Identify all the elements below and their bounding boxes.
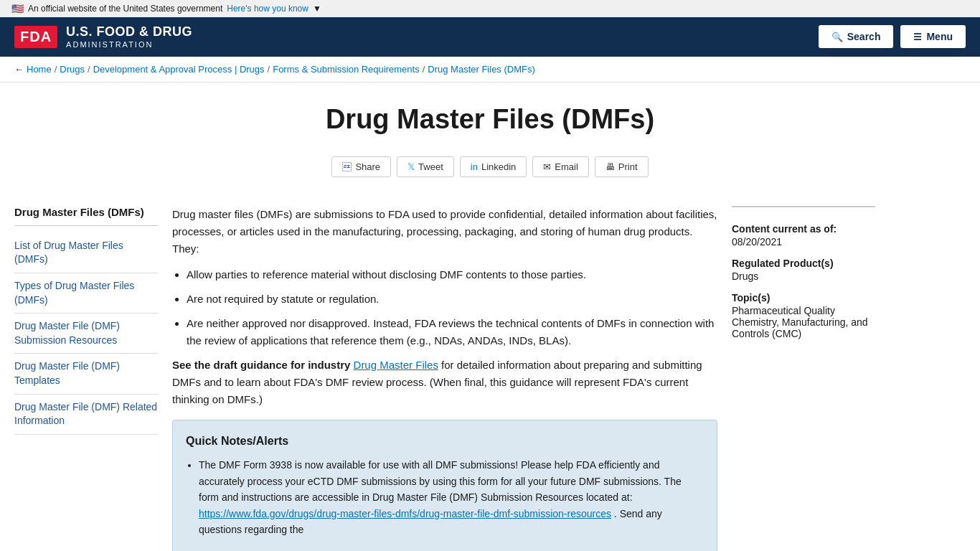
agency-name: U.S. FOOD & DRUG ADMINISTRATION	[66, 24, 192, 50]
menu-button[interactable]: ☰ Menu	[900, 25, 966, 48]
gov-banner-text: An official website of the United States…	[28, 4, 222, 14]
facebook-icon: 	[342, 161, 352, 172]
twitter-icon: 𝕏	[407, 161, 415, 172]
flag-icon: 🇺🇸	[11, 3, 24, 14]
topics-label: Topic(s)	[732, 292, 875, 303]
guidance-paragraph: See the draft guidance for industry Drug…	[172, 357, 717, 408]
breadcrumb-home[interactable]: Home	[27, 64, 52, 75]
regulated-products-label: Regulated Product(s)	[732, 258, 875, 269]
linkedin-icon: in	[471, 161, 478, 172]
breadcrumb-forms[interactable]: Forms & Submission Requirements	[273, 64, 419, 75]
site-header: FDA U.S. FOOD & DRUG ADMINISTRATION 🔍 Se…	[0, 17, 980, 57]
search-icon: 🔍	[831, 32, 843, 42]
email-icon: ✉	[543, 161, 551, 172]
quick-notes-item: The DMF Form 3938 is now available for u…	[199, 457, 704, 537]
quick-notes-link[interactable]: https://www.fda.gov/drugs/drug-master-fi…	[199, 508, 611, 519]
page-title: Drug Master Files (DMFs)	[14, 104, 966, 135]
share-bar:  Share 𝕏 Tweet in Linkedin ✉ Email 🖶 Pr…	[0, 149, 980, 192]
topics-value: Pharmaceutical Quality Chemistry, Manufa…	[732, 305, 875, 339]
header-actions: 🔍 Search ☰ Menu	[819, 25, 966, 48]
breadcrumb-current[interactable]: Drug Master Files (DMFs)	[428, 64, 535, 75]
fda-logo: FDA	[14, 26, 57, 48]
left-sidebar: Drug Master Files (DMFs) List of Drug Ma…	[14, 206, 158, 551]
gov-banner-chevron: ▼	[313, 4, 321, 14]
home-icon: ←	[14, 64, 24, 75]
list-item: Are not required by statute or regulatio…	[187, 291, 717, 308]
sidebar-item-related[interactable]: Drug Master File (DMF) Related Informati…	[14, 395, 158, 435]
sidebar-item-templates[interactable]: Drug Master File (DMF) Templates	[14, 354, 158, 394]
sidebar-nav: List of Drug Master Files (DMFs) Types o…	[14, 233, 158, 435]
share-facebook-button[interactable]:  Share	[331, 156, 391, 177]
content-current-label: Content current as of:	[732, 223, 875, 235]
sidebar-item-submission[interactable]: Drug Master File (DMF) Submission Resour…	[14, 314, 158, 354]
agency-top: U.S. FOOD & DRUG	[66, 24, 192, 40]
sidebar-item-types[interactable]: Types of Drug Master Files (DMFs)	[14, 273, 158, 314]
breadcrumb: ← Home / Drugs / Development & Approval …	[0, 57, 980, 83]
page-title-section: Drug Master Files (DMFs)	[0, 83, 980, 149]
regulated-products-value: Drugs	[732, 270, 875, 282]
quick-notes-text: The DMF Form 3938 is now available for u…	[199, 459, 682, 503]
right-sidebar: Content current as of: 08/20/2021 Regula…	[732, 206, 875, 551]
search-button[interactable]: 🔍 Search	[819, 25, 894, 48]
quick-notes-box: Quick Notes/Alerts The DMF Form 3938 is …	[172, 420, 717, 551]
breadcrumb-development[interactable]: Development & Approval Process | Drugs	[93, 64, 265, 75]
gov-banner: 🇺🇸 An official website of the United Sta…	[0, 0, 980, 17]
quick-notes-title: Quick Notes/Alerts	[186, 432, 704, 451]
guidance-link[interactable]: Drug Master Files	[354, 359, 438, 371]
share-twitter-button[interactable]: 𝕏 Tweet	[397, 156, 454, 177]
list-item: Allow parties to reference material with…	[187, 266, 717, 283]
menu-icon: ☰	[913, 32, 922, 42]
sidebar-title: Drug Master Files (DMFs)	[14, 206, 158, 226]
logo-area: FDA U.S. FOOD & DRUG ADMINISTRATION	[14, 24, 192, 50]
gov-banner-link[interactable]: Here's how you know	[227, 4, 308, 14]
share-email-button[interactable]: ✉ Email	[532, 156, 589, 177]
breadcrumb-drugs[interactable]: Drugs	[60, 64, 85, 75]
sidebar-item-list[interactable]: List of Drug Master Files (DMFs)	[14, 233, 158, 273]
main-layout: Drug Master Files (DMFs) List of Drug Ma…	[0, 192, 980, 551]
print-icon: 🖶	[606, 161, 615, 172]
guidance-prefix: See the draft guidance for industry	[172, 359, 354, 371]
list-item: Are neither approved nor disapproved. In…	[187, 315, 717, 349]
main-bullet-list: Allow parties to reference material with…	[187, 266, 717, 349]
print-button[interactable]: 🖶 Print	[595, 156, 649, 177]
agency-bottom: ADMINISTRATION	[66, 40, 192, 50]
share-linkedin-button[interactable]: in Linkedin	[460, 156, 527, 177]
content-current-date: 08/20/2021	[732, 236, 875, 248]
intro-paragraph: Drug master files (DMFs) are submissions…	[172, 206, 717, 258]
main-content: Drug master files (DMFs) are submissions…	[172, 206, 717, 551]
